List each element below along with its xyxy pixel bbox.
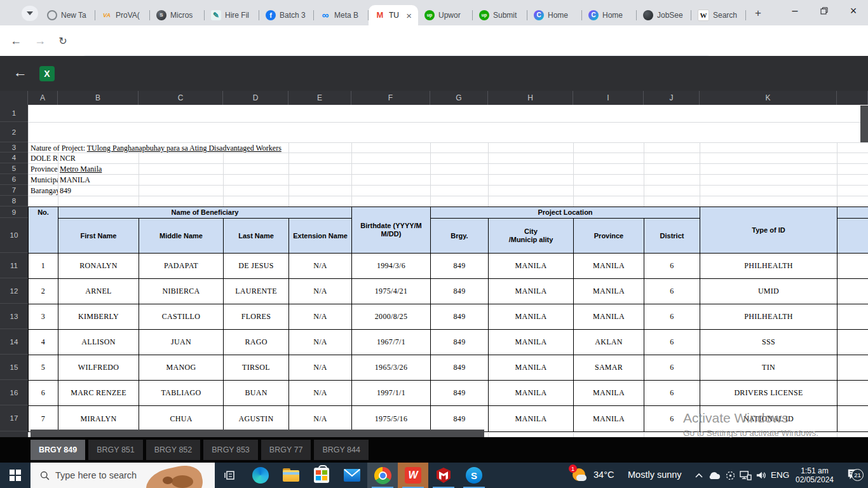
weather-temp[interactable]: 34°C (593, 470, 614, 480)
browser-tab-12[interactable]: JobSee (637, 5, 691, 25)
new-tab-button[interactable]: + (751, 6, 765, 20)
table-data-cell: 1 (28, 253, 58, 279)
window-restore-button[interactable] (810, 0, 839, 22)
weather-condition[interactable]: Mostly sunny (628, 470, 682, 480)
spreadsheet-viewport[interactable]: ABCDEFGHIJK1234567891011121314151617 Nat… (0, 91, 868, 440)
tray-clock[interactable]: 1:51 am 02/05/2024 (787, 463, 843, 488)
gridline-h (28, 122, 868, 123)
table-data-cell: 849 (430, 355, 489, 381)
taskbar-app-explorer[interactable] (276, 463, 306, 488)
column-header-D[interactable]: D (223, 91, 288, 105)
browser-tab-9[interactable]: upSubmit (473, 5, 527, 25)
task-view-button[interactable] (215, 463, 245, 488)
vertical-scrollbar-thumb[interactable] (860, 105, 868, 142)
table-data-cell: MANILA (488, 380, 574, 406)
row-header-7[interactable]: 7 (0, 185, 28, 196)
column-header-A[interactable]: A (28, 91, 58, 105)
row-header-17[interactable]: 17 (0, 405, 28, 431)
row-header-11[interactable]: 11 (0, 253, 28, 278)
tray-volume-icon[interactable] (754, 463, 769, 488)
taskbar-app-store[interactable] (306, 463, 337, 488)
column-header-G[interactable]: G (430, 91, 488, 105)
forward-button[interactable]: → (32, 33, 48, 50)
tab-label: Home (548, 11, 576, 20)
row-header-12[interactable]: 12 (0, 278, 28, 304)
sheet-tab-brgy-852[interactable]: BRGY 852 (146, 440, 201, 460)
column-header-F[interactable]: F (351, 91, 430, 105)
tab-search-button[interactable] (22, 6, 38, 21)
info-value: TUlong Panghanapbuhay para sa Ating Disa… (87, 144, 281, 152)
gridline-h (28, 174, 868, 175)
info-value-row-5: Metro Manila (60, 165, 102, 174)
taskbar-app-chrome[interactable] (367, 463, 398, 488)
column-header-J[interactable]: J (644, 91, 700, 105)
canva-favicon-icon: C (588, 10, 599, 20)
tab-label: ProVA( (116, 11, 144, 20)
browser-tab-1[interactable]: New Ta (41, 5, 95, 25)
sheet-tab-brgy-849[interactable]: BRGY 849 (31, 440, 85, 460)
row-header-1[interactable]: 1 (0, 105, 28, 122)
row-header-2[interactable]: 2 (0, 122, 28, 142)
column-header-I[interactable]: I (573, 91, 644, 105)
tray-update-icon[interactable] (722, 463, 738, 488)
row-header-10[interactable]: 10 (0, 218, 28, 253)
start-button[interactable] (0, 463, 31, 488)
browser-tab-5[interactable]: fBatch 3 (259, 5, 314, 25)
table-data-cell (837, 278, 868, 304)
browser-tab-13[interactable]: WSearch (691, 5, 746, 25)
sheet-tab-brgy-844[interactable]: BRGY 844 (314, 440, 369, 460)
row-header-16[interactable]: 16 (0, 380, 28, 405)
table-header-cell (837, 207, 868, 219)
taskbar-app-wps[interactable]: W (398, 463, 428, 488)
row-header-6[interactable]: 6 (0, 174, 28, 185)
window-minimize-button[interactable]: – (780, 0, 810, 22)
taskbar-app-mail[interactable] (337, 463, 367, 488)
row-header-8[interactable]: 8 (0, 196, 28, 207)
tab-close-icon[interactable]: × (406, 10, 412, 21)
sheet-tab-brgy-853[interactable]: BRGY 853 (203, 440, 258, 460)
browser-tab-11[interactable]: CHome (582, 5, 637, 25)
window-close-button[interactable]: × (839, 0, 868, 22)
horizontal-scrollbar-thumb[interactable] (31, 430, 484, 437)
sheet-tab-brgy-851[interactable]: BRGY 851 (88, 440, 143, 460)
browser-tab-3[interactable]: SMicros (150, 5, 205, 25)
browser-tab-6[interactable]: ∞Meta B (314, 5, 369, 25)
gmail-favicon-icon: M (375, 10, 385, 20)
gridline-v (288, 152, 289, 207)
column-header-C[interactable]: C (139, 91, 223, 105)
taskbar-app-edge[interactable] (245, 463, 276, 488)
column-header-E[interactable]: E (288, 91, 351, 105)
row-header-14[interactable]: 14 (0, 329, 28, 355)
reload-button[interactable]: ↻ (55, 33, 71, 50)
viewer-back-icon[interactable]: ← (11, 64, 29, 81)
notification-center-icon[interactable]: 21 (844, 463, 862, 488)
browser-tab-10[interactable]: CHome (527, 5, 582, 25)
sheet-tab-brgy-77[interactable]: BRGY 77 (261, 440, 311, 460)
browser-tab-2[interactable]: VAProVA( (95, 5, 150, 25)
column-header-H[interactable]: H (488, 91, 573, 105)
taskbar-app-mcafee[interactable] (428, 463, 459, 488)
tray-chevron-up-icon[interactable] (691, 463, 707, 488)
browser-tab-8[interactable]: upUpwor (418, 5, 473, 25)
row-header-15[interactable]: 15 (0, 355, 28, 380)
column-header-K[interactable]: K (700, 91, 837, 105)
weather-icon[interactable]: 1 (569, 463, 590, 488)
row-header-5[interactable]: 5 (0, 163, 28, 174)
gridline-v (700, 142, 700, 152)
gridline-v (223, 152, 224, 207)
row-header-4[interactable]: 4 (0, 152, 28, 163)
browser-tab-4[interactable]: ✎Hire Fil (205, 5, 259, 25)
table-header-cell: Last Name (223, 218, 289, 254)
row-header-13[interactable]: 13 (0, 304, 28, 329)
tray-network-icon[interactable] (738, 463, 753, 488)
row-header-9[interactable]: 9 (0, 207, 28, 218)
column-header-B[interactable]: B (58, 91, 139, 105)
tray-onedrive-cloud-icon[interactable] (707, 463, 722, 488)
gridline-v (488, 152, 489, 207)
taskbar-search-box[interactable]: Type here to search (31, 463, 215, 488)
back-button[interactable]: ← (8, 33, 24, 50)
row-header-3[interactable]: 3 (0, 142, 28, 152)
gridline-v (644, 152, 644, 207)
taskbar-app-skype[interactable]: S (459, 463, 489, 488)
browser-tab-7[interactable]: MTU× (369, 5, 418, 25)
